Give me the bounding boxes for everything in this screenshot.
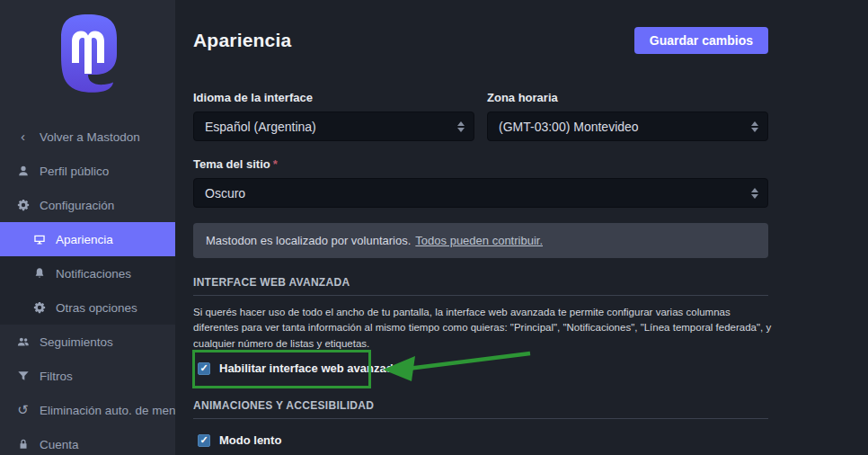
sidebar-item-settings[interactable]: Configuración [0,188,175,222]
sidebar-item-notifications[interactable]: Notificaciones [0,256,175,290]
theme-select-value: Oscuro [205,186,245,201]
notice-text: Mastodon es localizado por voluntarios. [206,234,411,247]
page-title: Apariencia [193,30,291,51]
main-content: Apariencia Guardar cambios Idioma de la … [175,0,868,455]
sidebar-item-back[interactable]: ‹ Volver a Mastodon [0,120,175,154]
required-asterisk: * [273,157,278,171]
sidebar-item-label: Cuenta [40,438,79,451]
chevron-left-icon: ‹ [16,130,30,144]
sidebar-item-label: Notificaciones [56,267,131,281]
language-select[interactable]: Español (Argentina) [193,112,474,141]
sidebar-item-appearance[interactable]: Apariencia [0,222,175,256]
advanced-ui-checkbox-row: ✓ Habilitar interface web avanzada [198,361,400,375]
timezone-field: Zona horaria (GMT-03:00) Montevideo [487,91,768,141]
sidebar: ‹ Volver a Mastodon Perfil público Confi… [0,0,175,455]
sidebar-item-label: Configuración [40,199,114,212]
settings-submenu: Apariencia Notificaciones Otras opciones [0,222,175,325]
slow-mode-checkbox-label[interactable]: Modo lento [219,433,281,447]
select-arrows-icon [751,121,758,132]
accessibility-section-heading: ANIMACIONES Y ACCESIBILIDAD [193,399,768,419]
sidebar-item-label: Apariencia [56,233,113,246]
language-label: Idioma de la interface [193,91,474,104]
locale-row: Idioma de la interface Español (Argentin… [193,91,768,141]
gear-icon [32,301,46,315]
sidebar-item-label: Volver a Mastodon [40,130,140,144]
sidebar-item-other-options[interactable]: Otras opciones [0,290,175,325]
advanced-section-heading: INTERFACE WEB AVANZADA [193,276,768,296]
sidebar-item-auto-delete[interactable]: ↺ Eliminación auto. de mensajes [0,393,175,427]
slow-mode-checkbox[interactable]: ✓ [198,434,210,447]
localization-notice: Mastodon es localizado por voluntarios. … [193,223,768,258]
select-arrows-icon [751,188,758,199]
sidebar-item-label: Filtros [40,370,73,383]
mastodon-logo[interactable] [0,0,175,97]
advanced-section-description: Si querés hacer uso de todo el ancho de … [193,305,774,352]
sidebar-nav: ‹ Volver a Mastodon Perfil público Confi… [0,97,175,455]
sidebar-item-public-profile[interactable]: Perfil público [0,154,175,188]
language-select-value: Español (Argentina) [205,120,316,134]
select-arrows-icon [457,121,465,132]
gear-icon [16,199,30,212]
sidebar-item-account[interactable]: Cuenta [0,427,175,455]
users-icon [16,335,30,349]
display-icon [32,233,46,246]
sidebar-item-follows[interactable]: Seguimientos [0,325,175,359]
advanced-ui-checkbox-label[interactable]: Habilitar interface web avanzada [219,361,400,375]
theme-label-text: Tema del sitio [193,157,270,171]
sidebar-item-label: Otras opciones [56,301,137,315]
mastodon-logo-icon [50,11,126,97]
lock-icon [16,438,30,451]
timezone-select-value: (GMT-03:00) Montevideo [499,120,639,134]
slow-mode-checkbox-row: ✓ Modo lento [198,433,281,447]
timezone-select[interactable]: (GMT-03:00) Montevideo [487,112,768,141]
user-icon [16,165,30,178]
theme-select[interactable]: Oscuro [193,178,768,208]
contribute-link[interactable]: Todos pueden contribuir. [415,234,543,247]
timezone-label: Zona horaria [487,91,768,104]
theme-field: Tema del sitio* Oscuro [193,157,768,208]
funnel-icon [16,370,30,383]
language-field: Idioma de la interface Español (Argentin… [193,91,474,141]
sidebar-item-filters[interactable]: Filtros [0,359,175,393]
save-button[interactable]: Guardar cambios [634,27,768,54]
sidebar-item-label: Perfil público [40,165,109,178]
theme-label: Tema del sitio* [193,157,768,171]
bell-icon [32,267,46,281]
advanced-ui-checkbox[interactable]: ✓ [198,362,210,375]
history-icon: ↺ [16,404,30,417]
sidebar-item-label: Seguimientos [40,335,113,349]
page-header: Apariencia Guardar cambios [193,27,768,54]
